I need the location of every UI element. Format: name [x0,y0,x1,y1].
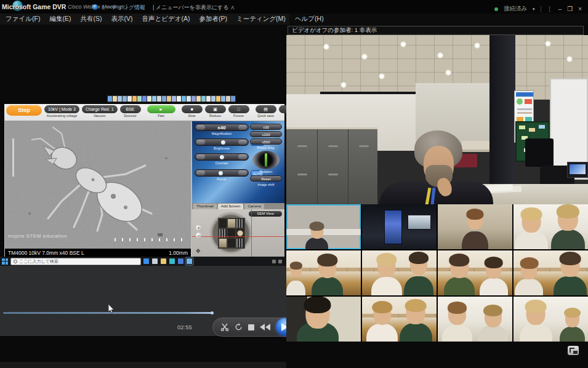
mag-decrease-button[interactable] [196,125,205,130]
strip-icon[interactable] [113,96,117,102]
participant-tile-9[interactable] [286,297,361,342]
sem-quick-save-button[interactable]: ▤ Quick save [256,105,276,118]
strip-icon[interactable] [182,96,186,102]
strip-icon[interactable] [177,96,181,102]
strip-icon[interactable] [196,96,201,102]
taskbar-tray[interactable] [272,260,284,263]
preset-mag-button-2[interactable]: x100 [250,131,282,137]
stage-move-icon[interactable]: ✥ [196,248,202,254]
participant-tile-4[interactable] [513,204,588,249]
strip-icon[interactable] [206,96,211,102]
trim-scissors-button[interactable] [220,323,229,331]
tab-add-screen[interactable]: Add Screen [218,204,243,209]
hide-menubar-link[interactable]: | メニューバーを非表示にする ∧ [153,4,235,12]
participant-tile-7[interactable] [438,250,512,295]
stage-zoom-out-button[interactable]: – [196,233,201,238]
strip-icon[interactable] [108,96,112,102]
popout-window-button[interactable] [568,346,579,355]
image-shift-reset-button[interactable]: Reset [250,175,282,182]
taskbar-search-input[interactable]: ここに入力して検索 [10,258,141,265]
strip-icon[interactable] [231,96,235,102]
sem-detector-button[interactable]: BSE Detector [120,105,141,118]
strip-icon[interactable] [221,96,225,102]
focus-slider[interactable]: AUTO [195,169,249,177]
brightness-slider[interactable]: AUTO [195,138,249,146]
strip-icon[interactable] [147,96,151,102]
strip-icon[interactable] [191,96,196,102]
taskbar-app-icon-4[interactable] [178,258,183,264]
minimize-button[interactable]: – [558,6,562,12]
main-speaker-video[interactable] [286,35,588,204]
participant-tile-8[interactable] [513,250,588,295]
strip-icon[interactable] [187,96,191,102]
participant-tile-10[interactable] [362,297,437,342]
brightness-increase-button[interactable] [238,140,247,145]
strip-icon[interactable] [123,96,127,102]
taskbar-app-icon-2[interactable] [161,258,166,264]
menu-item-7[interactable]: ヘルプ(H) [295,15,324,23]
strip-icon[interactable] [132,96,137,102]
strip-icon[interactable] [172,96,176,102]
sem-slow-button[interactable]: ■ Slow [182,105,203,118]
close-button[interactable]: × [578,6,582,12]
contrast-thumb[interactable] [220,155,224,159]
participant-tile-11[interactable] [438,297,512,342]
participant-tile-2[interactable] [362,204,437,249]
participant-tile-1[interactable] [286,204,361,249]
participant-tile-5[interactable] [286,250,361,295]
sem-freeze-button[interactable]: □ Freeze [228,105,249,118]
video-off-banner[interactable]: ビデオがオフの参加者: 1 非表示 [288,26,584,35]
strip-icon[interactable] [137,96,142,102]
menu-item-0[interactable]: ファイル(F) [6,15,40,23]
more-menu-icon[interactable]: ⋮ [547,6,553,12]
contrast-increase-button[interactable] [238,154,247,159]
participant-tile-6[interactable] [362,250,437,295]
strip-icon[interactable] [167,96,171,102]
strip-icon[interactable] [118,96,122,102]
strip-icon[interactable] [211,96,215,102]
strip-icon[interactable] [142,96,147,102]
menu-item-4[interactable]: 音声とビデオ(A) [142,15,190,23]
preset-mag-button-1[interactable]: x30 [250,124,282,130]
maximize-button[interactable]: ❒ [567,6,573,12]
tab-camera[interactable]: Camera [244,204,264,209]
magnification-slider[interactable]: x40 [195,124,249,131]
rewind-button[interactable] [260,324,270,330]
tab-thumbnail[interactable]: Thumbnail [193,204,217,209]
sem-reduce-button[interactable]: ▣ Reduce [205,105,226,118]
progress-thumb[interactable] [211,311,214,314]
strip-icon[interactable] [157,96,161,102]
sem-vacuum-button[interactable]: Charge Red. 1 Vacuum [82,105,118,118]
menu-item-1[interactable]: 編集(E) [49,15,71,23]
taskbar-app-icon-1[interactable] [152,258,158,264]
strip-icon[interactable] [127,96,132,102]
sem-voltage-button[interactable]: 10kV | Mode 3 Accelerating voltage [44,105,79,118]
sem-fast-button[interactable]: ► Fast [147,105,175,118]
strip-icon[interactable] [162,96,166,102]
stop-button[interactable] [248,324,254,330]
taskbar-app-icon-0[interactable] [143,258,149,264]
preset-mag-button-3[interactable]: x500 [250,138,282,145]
start-button-icon[interactable] [2,258,8,265]
menu-item-3[interactable]: 表示(V) [111,15,132,23]
focus-thumb[interactable] [219,171,223,175]
menu-item-5[interactable]: 参加者(P) [199,15,227,23]
participant-tile-3[interactable] [438,204,512,249]
stage-zoom-in-button[interactable]: + [196,225,201,231]
meeting-info-link[interactable]: ミーティング情報 [100,4,145,12]
rotation-dial[interactable] [252,151,280,169]
sample-stage-map[interactable] [209,212,252,255]
sem-view-button[interactable]: SEM View [249,211,282,217]
shared-icon-strip[interactable] [107,95,236,102]
caret-down-icon[interactable]: ▾ [533,7,535,11]
menu-item-6[interactable]: ミーティング(M) [236,15,286,23]
brightness-decrease-button[interactable] [196,140,205,145]
strip-icon[interactable] [226,96,230,102]
sem-stop-button[interactable]: Stop [6,105,42,116]
strip-icon[interactable] [216,96,220,102]
brightness-thumb[interactable] [221,140,225,145]
strip-icon[interactable] [152,96,156,102]
focus-decrease-button[interactable] [196,170,205,175]
taskbar-app-icon-3[interactable] [169,258,175,264]
mag-increase-button[interactable] [238,125,247,130]
